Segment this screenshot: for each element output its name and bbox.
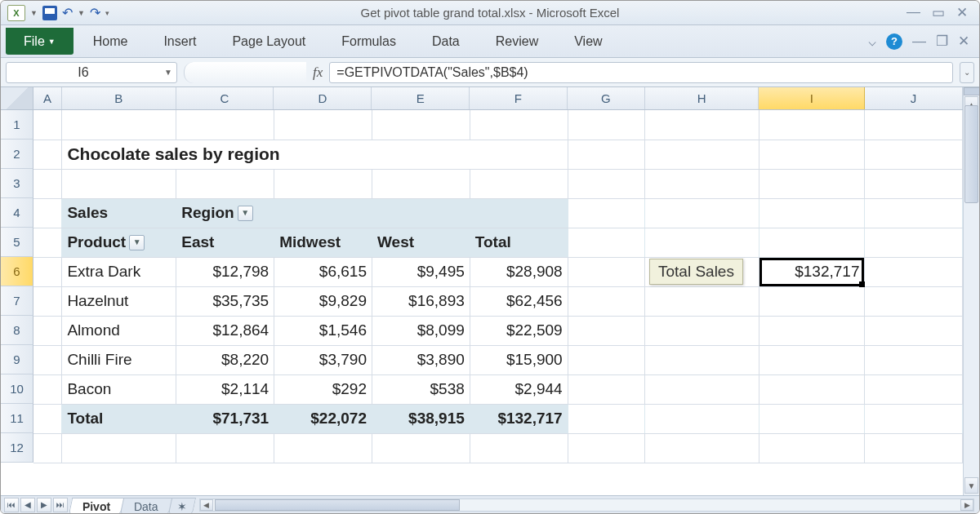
window-controls: ― ▭ ✕ xyxy=(895,4,979,21)
new-sheet-button[interactable]: ✶ xyxy=(168,498,196,515)
titlebar: X ▼ ↶ ▼ ↷ ▾ Get pivot table grand total.… xyxy=(1,1,979,25)
tab-page-layout[interactable]: Page Layout xyxy=(214,25,323,57)
workbook-close-icon[interactable]: ✕ xyxy=(958,33,969,50)
help-icon[interactable]: ? xyxy=(886,33,902,50)
sheet-tab-data[interactable]: Data xyxy=(120,498,172,515)
pivot-product-label: Product▼ xyxy=(62,228,176,257)
ribbon-tabs: File▼ Home Insert Page Layout Formulas D… xyxy=(1,25,979,58)
name-box[interactable]: I6 ▼ xyxy=(6,62,177,83)
tab-view[interactable]: View xyxy=(556,25,620,57)
ribbon-minimize-icon[interactable]: ⌵ xyxy=(868,33,876,50)
redo-icon[interactable]: ↷ xyxy=(90,5,100,20)
select-all-corner[interactable] xyxy=(1,87,33,109)
row-7: Hazelnut $35,735 $9,829 $16,893 $62,456 xyxy=(33,286,963,316)
col-header-e[interactable]: E xyxy=(372,87,470,109)
row-header-1[interactable]: 1 xyxy=(1,110,33,140)
name-box-value: I6 xyxy=(7,65,160,80)
sheet-nav-last-icon[interactable]: ⏭ xyxy=(53,498,68,512)
row-header-6[interactable]: 6 xyxy=(1,257,33,286)
col-header-f[interactable]: F xyxy=(470,87,568,109)
minimize-icon[interactable]: ― xyxy=(906,4,920,21)
pivot-col-total: Total xyxy=(470,228,568,257)
maximize-icon[interactable]: ▭ xyxy=(932,4,945,21)
row-header-11[interactable]: 11 xyxy=(1,404,33,433)
qat-customize-icon[interactable]: ▾ xyxy=(105,9,109,17)
row-5: Product▼ East Midwest West Total xyxy=(33,228,963,257)
row-10: Bacon $2,114 $292 $538 $2,944 xyxy=(33,374,963,404)
save-icon[interactable] xyxy=(42,6,57,20)
file-tab[interactable]: File▼ xyxy=(6,28,74,55)
pivot-col-west: West xyxy=(372,228,470,257)
scroll-down-icon[interactable]: ▼ xyxy=(964,477,978,494)
formula-result-cell[interactable]: $132,717 xyxy=(759,257,865,286)
sheet-tab-pivot[interactable]: Pivot xyxy=(69,498,125,515)
total-sales-callout: Total Sales xyxy=(649,259,743,285)
row-header-2[interactable]: 2 xyxy=(1,140,33,169)
horizontal-scrollbar[interactable]: ◀ ▶ xyxy=(199,498,974,512)
row-header-10[interactable]: 10 xyxy=(1,374,33,404)
row-12 xyxy=(33,433,963,463)
formula-input[interactable]: =GETPIVOTDATA("Sales",$B$4) xyxy=(329,62,953,83)
close-icon[interactable]: ✕ xyxy=(956,4,968,21)
sheet-nav-next-icon[interactable]: ▶ xyxy=(37,498,51,512)
vertical-scroll-thumb[interactable] xyxy=(964,105,978,203)
row-header-4[interactable]: 4 xyxy=(1,198,33,228)
region-filter-dropdown[interactable]: ▼ xyxy=(238,206,253,221)
app-menu-dropdown-icon[interactable]: ▼ xyxy=(30,9,38,17)
col-header-a[interactable]: A xyxy=(33,87,62,109)
excel-icon[interactable]: X xyxy=(7,5,25,21)
horizontal-scroll-thumb[interactable] xyxy=(215,499,460,511)
row-header-7[interactable]: 7 xyxy=(1,286,33,316)
sheet-tab-bar: ⏮ ◀ ▶ ⏭ Pivot Data ✶ ◀ ▶ xyxy=(1,495,979,513)
formula-bar: I6 ▼ fx =GETPIVOTDATA("Sales",$B$4) ⌄ xyxy=(1,58,979,87)
col-header-b[interactable]: B xyxy=(62,87,176,109)
window-title: Get pivot table grand total.xlsx - Micro… xyxy=(361,6,620,20)
col-header-h[interactable]: H xyxy=(645,87,760,109)
workbook-restore-icon[interactable]: ❐ xyxy=(936,33,948,50)
pivot-col-midwest: Midwest xyxy=(274,228,372,257)
row-9: Chilli Fire $8,220 $3,790 $3,890 $15,900 xyxy=(33,345,963,374)
tab-home[interactable]: Home xyxy=(75,25,146,57)
tab-data[interactable]: Data xyxy=(414,25,478,57)
row-headers: 1 2 3 4 5 6 7 8 9 10 11 12 xyxy=(1,110,33,463)
workbook-minimize-icon[interactable]: ― xyxy=(912,33,926,50)
col-header-j[interactable]: J xyxy=(865,87,963,109)
scroll-left-icon[interactable]: ◀ xyxy=(200,499,213,511)
product-filter-dropdown[interactable]: ▼ xyxy=(129,235,145,250)
col-header-g[interactable]: G xyxy=(568,87,645,109)
column-headers: A B C D E F G H I J xyxy=(1,87,963,110)
worksheet-grid[interactable]: A B C D E F G H I J 1 2 3 4 5 6 7 8 9 10… xyxy=(1,87,963,495)
sheet-nav-prev-icon[interactable]: ◀ xyxy=(20,498,35,512)
vertical-split-handle[interactable] xyxy=(964,87,980,95)
pivot-col-east: East xyxy=(176,228,274,257)
tab-insert[interactable]: Insert xyxy=(145,25,214,57)
col-header-c[interactable]: C xyxy=(176,87,274,109)
tab-formulas[interactable]: Formulas xyxy=(323,25,414,57)
formula-bar-expand-icon[interactable]: ⌄ xyxy=(960,62,974,83)
row-header-12[interactable]: 12 xyxy=(1,433,33,463)
fx-icon[interactable]: fx xyxy=(313,64,323,81)
undo-icon[interactable]: ↶ xyxy=(62,5,73,20)
row-header-3[interactable]: 3 xyxy=(1,169,33,198)
row-3 xyxy=(33,169,963,198)
pivot-row-label: Extra Dark xyxy=(62,257,176,286)
pivot-region-label: Region▼ xyxy=(176,198,274,228)
name-box-dropdown-icon[interactable]: ▼ xyxy=(160,68,176,77)
formula-text: =GETPIVOTDATA("Sales",$B$4) xyxy=(336,65,528,80)
pivot-sales-label: Sales xyxy=(62,198,176,228)
scroll-right-icon[interactable]: ▶ xyxy=(960,499,973,511)
tab-review[interactable]: Review xyxy=(478,25,556,57)
row-2: Chocolate sales by region xyxy=(33,140,963,169)
row-header-9[interactable]: 9 xyxy=(1,345,33,374)
pivot-total-label: Total xyxy=(62,404,176,433)
row-header-5[interactable]: 5 xyxy=(1,228,33,257)
sheet-title: Chocolate sales by region xyxy=(62,140,568,169)
row-header-8[interactable]: 8 xyxy=(1,316,33,345)
undo-dropdown-icon[interactable]: ▼ xyxy=(78,9,85,17)
row-1 xyxy=(33,110,963,140)
vertical-scrollbar[interactable]: ▲ ▼ xyxy=(963,87,979,495)
col-header-i[interactable]: I xyxy=(759,87,865,109)
sheet-nav-first-icon[interactable]: ⏮ xyxy=(4,498,19,512)
col-header-d[interactable]: D xyxy=(274,87,372,109)
new-sheet-icon: ✶ xyxy=(177,500,187,513)
